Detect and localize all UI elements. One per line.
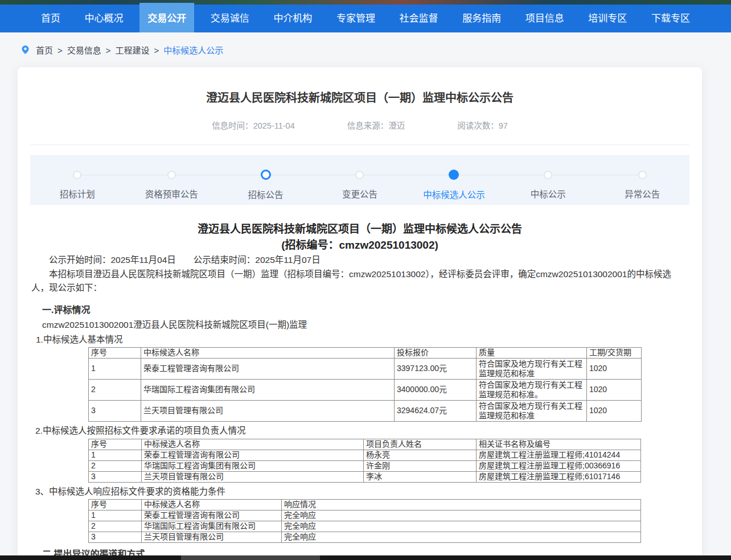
table-cell: 完全响应 [282,532,641,543]
table-cell: 兰天项目管理有限公司 [141,401,395,422]
table-cell: 3 [89,401,141,422]
column-header: 质量 [477,348,587,359]
column-header: 序号 [89,500,142,510]
table-cell: 1020 [587,380,642,401]
meta-views: 阅读次数：97 [457,119,508,131]
nav-item[interactable]: 下载专区 [643,5,698,32]
step-circle-icon [638,171,647,179]
table-cell: 房屋建筑工程注册监理工程师;00366916 [477,460,641,471]
step-circle-icon [73,171,81,179]
intro-paragraph: 本招标项目澄迈县人民医院科技新城院区项目（一期）监理（招标项目编号：cmzw20… [31,267,688,295]
horizontal-scrollbar[interactable] [0,555,731,560]
table-row: 1荣泰工程管理咨询有限公司3397123.00元符合国家及地方现行有关工程监理规… [89,359,642,380]
table-cell: 符合国家及地方现行有关工程监理规范和标准。 [477,380,587,401]
stepper-step[interactable]: 招标公告 [219,170,313,200]
table-header-row: 序号中标候选人名称响应情况 [89,500,641,510]
column-header: 中标候选人名称 [142,439,364,450]
header-photo-strip [0,0,731,5]
scrollbar-thumb[interactable] [181,555,320,560]
column-header: 中标候选人名称 [141,348,395,359]
table-cell: 3294624.07元 [395,401,477,422]
column-header: 项目负责人姓名 [364,439,477,450]
meta-time: 信息时间：2025-11-04 [212,119,295,131]
announcement-body: 公示开始时间：2025年11月04日 公示结束时间：2025年11月07日 本招… [18,253,702,560]
table-cell: 房屋建筑工程注册监理工程师;61017146 [477,471,641,482]
breadcrumb-link[interactable]: 工程建设 [116,46,150,55]
table-cell: 1 [89,450,142,460]
table-row: 2华瑞国际工程咨询集团有限公司完全响应 [89,521,641,532]
stepper-step[interactable]: 中标公示 [501,170,595,200]
table-cell: 3 [89,471,142,482]
article-meta: 信息时间：2025-11-04 信息来源：澄迈 阅读次数：97 [18,119,702,131]
table-cell: 华瑞国际工程咨询集团有限公司 [141,380,395,401]
sub1-heading: 1.中标候选人基本情况 [36,333,688,347]
column-header: 序号 [89,348,141,359]
divider [30,145,689,145]
breadcrumb-link[interactable]: 首页 [36,46,53,55]
stepper-step[interactable]: 变更公告 [313,170,406,200]
nav-item[interactable]: 交易公开 [139,3,194,32]
stepper-step[interactable]: 中标候选人公示 [407,170,501,200]
table-cell: 李冰 [364,471,477,482]
nav-item[interactable]: 专家管理 [328,5,383,32]
breadcrumb-separator: > [58,46,63,55]
section1-project-line: cmzw20251013002001澄迈县人民医院科技新城院区项目(一期)监理 [42,318,688,332]
table-cell: 荣泰工程管理咨询有限公司 [142,510,282,521]
table-row: 3兰天项目管理有限公司完全响应 [89,532,641,543]
breadcrumb-separator: > [106,46,111,55]
nav-item[interactable]: 项目信息 [518,5,572,32]
breadcrumb-current: 中标候选人公示 [163,46,223,55]
table-cell: 符合国家及地方现行有关工程监理规范和标准 [477,401,587,422]
tender-number: (招标编号：cmzw20251013002) [18,237,702,253]
table-cell: 1020 [587,359,642,380]
column-header: 投标报价 [395,348,477,359]
stepper-step[interactable]: 招标计划 [30,170,124,200]
table-cell: 荣泰工程管理咨询有限公司 [141,359,395,380]
table-cell: 1 [89,359,141,380]
nav-item[interactable]: 社会监督 [392,5,446,32]
step-label: 中标候选人公示 [423,188,485,200]
meta-source: 信息来源：澄迈 [347,119,405,131]
nav-item[interactable]: 交易诚信 [203,5,257,32]
step-circle-icon [449,170,459,180]
process-stepper: 招标计划资格预审公告招标公告变更公告中标候选人公示中标公示异常公告 [30,155,689,205]
step-circle-icon [544,171,552,179]
table-cell: 完全响应 [282,510,641,521]
table-row: 2华瑞国际工程咨询集团有限公司3400000.00元符合国家及地方现行有关工程监… [89,380,642,401]
table-cell: 完全响应 [282,521,641,532]
table-cell: 杨永亮 [364,450,477,460]
step-circle-icon [261,170,271,180]
breadcrumb-link[interactable]: 交易信息 [67,46,101,55]
announcement-title: 澄迈县人民医院科技新城院区项目（一期）监理中标候选人公示公告 (招标编号：cmz… [18,221,702,253]
table-cell: 荣泰工程管理咨询有限公司 [142,450,364,460]
stepper-step[interactable]: 资格预审公告 [124,170,218,200]
sub3-heading: 3、中标候选人响应招标文件要求的资格能力条件 [35,485,688,499]
table-cell: 华瑞国际工程咨询集团有限公司 [142,460,364,471]
nav-item[interactable]: 培训专区 [580,5,635,32]
table-row: 2华瑞国际工程咨询集团有限公司许金刚房屋建筑工程注册监理工程师;00366916 [89,460,641,471]
nav-item[interactable]: 中介机构 [265,5,320,32]
step-circle-icon [355,171,364,179]
nav-item[interactable]: 首页 [33,5,68,32]
table-row: 3兰天项目管理有限公司李冰房屋建筑工程注册监理工程师;61017146 [89,471,641,482]
table-row: 3兰天项目管理有限公司3294624.07元符合国家及地方现行有关工程监理规范和… [89,401,642,422]
nav-item[interactable]: 服务指南 [454,5,509,32]
sub2-heading: 2.中标候选人按照招标文件要求承诺的项目负责人情况 [35,424,688,438]
project-managers-table: 序号中标候选人名称项目负责人姓名相关证书名称及编号1荣泰工程管理咨询有限公司杨永… [88,439,641,483]
table-cell: 兰天项目管理有限公司 [142,471,364,482]
stepper-step[interactable]: 异常公告 [596,170,689,200]
breadcrumb-separator: > [154,46,159,55]
announcement-card: 澄迈县人民医院科技新城院区项目（一期）监理中标公示公告 信息时间：2025-11… [18,67,702,560]
table-cell: 2 [89,460,142,471]
table-cell: 2 [89,380,141,401]
column-header: 中标候选人名称 [142,500,282,510]
table-header-row: 序号中标候选人名称项目负责人姓名相关证书名称及编号 [89,439,641,450]
table-cell: 兰天项目管理有限公司 [142,532,282,543]
table-cell: 符合国家及地方现行有关工程监理规范和标准 [477,359,587,380]
step-label: 资格预审公告 [145,187,198,200]
nav-item[interactable]: 中心概况 [77,5,132,32]
section1-heading: 一.评标情况 [42,303,688,318]
publicity-period: 公示开始时间：2025年11月04日 公示结束时间：2025年11月07日 [31,253,688,267]
step-label: 招标公告 [248,188,284,200]
table-cell: 3397123.00元 [395,359,477,380]
